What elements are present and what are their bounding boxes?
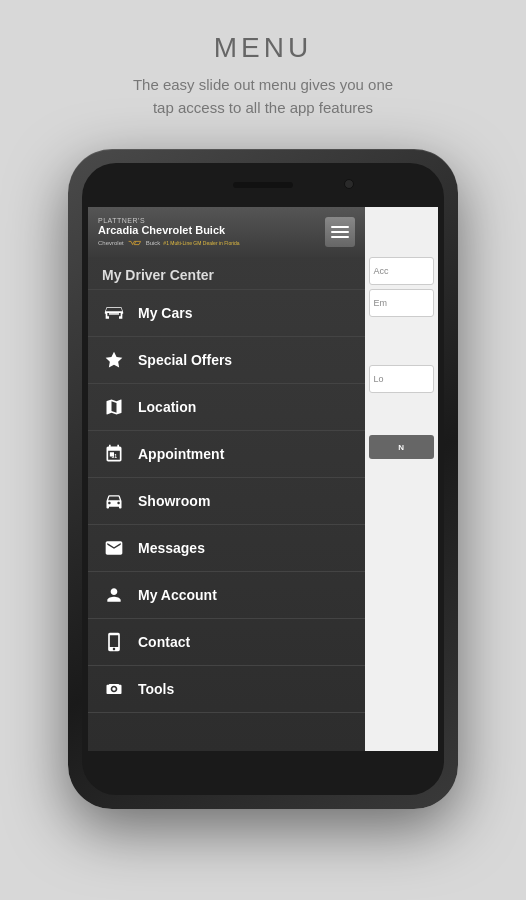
right-field-login: Lo <box>369 365 435 393</box>
chevrolet-bowtie-icon <box>127 239 143 247</box>
brand-name-text: Arcadia Chevrolet Buick <box>98 224 240 237</box>
right-field-email: Em <box>369 289 435 317</box>
brand-tagline-text: #1 Multi-Line GM Dealer in Florida <box>163 240 239 246</box>
menu-item-my-cars[interactable]: My Cars <box>88 290 365 337</box>
menu-item-contact[interactable]: Contact <box>88 619 365 666</box>
phone-speaker <box>233 182 293 188</box>
messages-label: Messages <box>138 540 205 556</box>
special-offers-label: Special Offers <box>138 352 232 368</box>
person-icon <box>102 583 126 607</box>
hamburger-line-3 <box>331 236 349 238</box>
my-account-label: My Account <box>138 587 217 603</box>
svg-text:31: 31 <box>112 453 118 459</box>
phone-mockup: PLATTNER'S Arcadia Chevrolet Buick Chevr… <box>68 149 458 809</box>
chevrolet-text: Chevrolet <box>98 240 124 246</box>
appointment-label: Appointment <box>138 446 224 462</box>
brand-info: PLATTNER'S Arcadia Chevrolet Buick Chevr… <box>98 217 240 247</box>
calendar-icon: 31 <box>102 442 126 466</box>
star-icon <box>102 348 126 372</box>
menu-items-container: My Cars Special Offers L <box>88 290 365 751</box>
hamburger-line-2 <box>331 231 349 233</box>
right-panel: Acc Em Lo N <box>365 207 439 751</box>
menu-item-my-account[interactable]: My Account <box>88 572 365 619</box>
tools-label: Tools <box>138 681 174 697</box>
car-icon <box>102 489 126 513</box>
right-panel-button[interactable]: N <box>369 435 435 459</box>
page-subtitle: The easy slide out menu gives you one ta… <box>133 74 393 119</box>
svg-rect-0 <box>109 314 119 315</box>
right-field-account: Acc <box>369 257 435 285</box>
showroom-label: Showroom <box>138 493 210 509</box>
app-header: PLATTNER'S Arcadia Chevrolet Buick Chevr… <box>88 207 365 257</box>
brand-logos: Chevrolet Buick #1 Multi-Line GM Dealer … <box>98 239 240 247</box>
screen: PLATTNER'S Arcadia Chevrolet Buick Chevr… <box>88 207 438 751</box>
menu-item-tools[interactable]: Tools <box>88 666 365 713</box>
page-title: MENU <box>133 32 393 64</box>
messages-icon <box>102 536 126 560</box>
buick-text: Buick <box>146 240 161 246</box>
menu-panel: PLATTNER'S Arcadia Chevrolet Buick Chevr… <box>88 207 365 751</box>
menu-item-showroom[interactable]: Showroom <box>88 478 365 525</box>
menu-item-messages[interactable]: Messages <box>88 525 365 572</box>
garage-icon <box>102 301 126 325</box>
contact-icon <box>102 630 126 654</box>
map-icon <box>102 395 126 419</box>
menu-item-special-offers[interactable]: Special Offers <box>88 337 365 384</box>
location-label: Location <box>138 399 196 415</box>
hamburger-line-1 <box>331 226 349 228</box>
tools-icon <box>102 677 126 701</box>
contact-label: Contact <box>138 634 190 650</box>
brand-small-text: PLATTNER'S <box>98 217 240 224</box>
my-cars-label: My Cars <box>138 305 192 321</box>
phone-camera <box>344 179 354 189</box>
menu-item-appointment[interactable]: 31 Appointment <box>88 431 365 478</box>
driver-center-label: My Driver Center <box>88 257 365 290</box>
hamburger-button[interactable] <box>325 217 355 247</box>
menu-item-location[interactable]: Location <box>88 384 365 431</box>
